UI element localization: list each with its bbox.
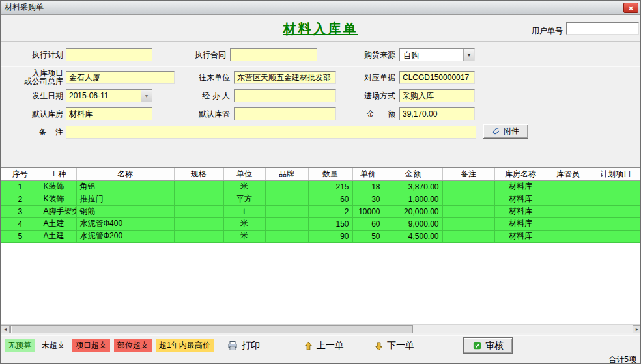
separator bbox=[1, 66, 640, 67]
handler-input[interactable] bbox=[234, 89, 336, 102]
cell: 50 bbox=[352, 230, 384, 242]
exec-plan-input[interactable] bbox=[66, 48, 152, 61]
scroll-right-icon[interactable]: ► bbox=[633, 325, 641, 333]
cell: 材料库 bbox=[494, 180, 547, 193]
cell: 4,500.00 bbox=[384, 230, 442, 242]
cell: K装饰 bbox=[40, 180, 76, 193]
column-header-11[interactable]: 库管员 bbox=[547, 168, 590, 180]
cell: 60 bbox=[352, 217, 384, 230]
cell bbox=[590, 180, 641, 193]
horizontal-scrollbar[interactable]: ◄ ► bbox=[1, 324, 641, 333]
doc-no-label: 对应单据 bbox=[355, 74, 395, 82]
cell: t bbox=[223, 205, 265, 217]
cell: 9,000.00 bbox=[384, 217, 442, 230]
date-picker[interactable]: ▼ bbox=[66, 89, 152, 102]
cell: 60 bbox=[308, 193, 352, 205]
cell bbox=[547, 193, 590, 205]
warehouse-input[interactable] bbox=[66, 107, 152, 120]
cell bbox=[442, 217, 494, 230]
column-header-10[interactable]: 库房名称 bbox=[494, 168, 547, 180]
print-button[interactable]: 打印 bbox=[227, 338, 260, 354]
table-row[interactable]: 5A土建水泥管Φ200米90504,500.00材料库 bbox=[1, 230, 641, 242]
date-input[interactable] bbox=[66, 90, 141, 102]
table-row[interactable]: 2K装饰推拉门平方60301,800.00材料库 bbox=[1, 193, 641, 205]
cell bbox=[442, 205, 494, 217]
user-no-label: 用户单号 bbox=[532, 25, 563, 36]
counterparty-label: 往来单位 bbox=[193, 74, 230, 82]
audit-check-icon bbox=[472, 341, 482, 350]
scrollbar-thumb[interactable] bbox=[10, 325, 413, 333]
exec-contract-input[interactable] bbox=[230, 48, 317, 61]
user-no-input[interactable] bbox=[566, 22, 639, 35]
next-doc-button[interactable]: 下一单 bbox=[375, 338, 414, 354]
cell: 材料库 bbox=[494, 193, 547, 205]
remark-label: 备 注 bbox=[12, 128, 63, 137]
chevron-down-icon[interactable]: ▼ bbox=[463, 49, 474, 61]
cell bbox=[265, 205, 308, 217]
purchase-source-select[interactable]: 自购 ▼ bbox=[399, 48, 475, 61]
column-header-9[interactable]: 备注 bbox=[442, 168, 494, 180]
grid-header-row: 序号工种名称规格单位品牌数量单价金额备注库房名称库管员计划项目 bbox=[1, 168, 641, 180]
material-purchase-window: 材料采购单 × 材料入库单 用户单号 执行计划 执行合同 购货来源 自购 ▼ 入… bbox=[0, 0, 641, 364]
column-header-3[interactable]: 规格 bbox=[174, 168, 223, 180]
cell: A脚手架类 bbox=[40, 205, 76, 217]
cell bbox=[174, 217, 223, 230]
table-row[interactable]: 3A脚手架类钢筋t21000020,000.00材料库 bbox=[1, 205, 641, 217]
cell: 150 bbox=[308, 217, 352, 230]
prev-doc-button[interactable]: 上一单 bbox=[304, 338, 344, 354]
amount-label: 金 额 bbox=[355, 110, 395, 119]
project-input[interactable] bbox=[66, 71, 175, 84]
cell bbox=[174, 193, 223, 205]
column-header-5[interactable]: 品牌 bbox=[265, 168, 308, 180]
cell: 1 bbox=[1, 180, 40, 193]
paperclip-icon bbox=[492, 127, 500, 135]
cell: 2 bbox=[1, 193, 40, 205]
cell bbox=[174, 205, 223, 217]
cell bbox=[547, 217, 590, 230]
calendar-dropdown-icon[interactable]: ▼ bbox=[141, 90, 152, 102]
column-header-8[interactable]: 金额 bbox=[384, 168, 442, 180]
column-header-6[interactable]: 数量 bbox=[308, 168, 352, 180]
keeper-input[interactable] bbox=[234, 107, 336, 120]
cell: 30 bbox=[352, 193, 384, 205]
purchase-source-label: 购货来源 bbox=[355, 51, 395, 59]
cell bbox=[590, 217, 641, 230]
column-header-0[interactable]: 序号 bbox=[1, 168, 40, 180]
cell: 2 bbox=[308, 205, 352, 217]
column-header-12[interactable]: 计划项目 bbox=[590, 168, 641, 180]
amount-input[interactable] bbox=[399, 107, 475, 120]
date-label: 发生日期 bbox=[12, 92, 63, 100]
audit-label: 审核 bbox=[485, 340, 504, 352]
title-bar[interactable]: 材料采购单 bbox=[1, 1, 640, 15]
table-row[interactable]: 1K装饰角铝米215183,870.00材料库 bbox=[1, 180, 641, 193]
remark-input[interactable] bbox=[66, 126, 476, 139]
close-button[interactable]: × bbox=[623, 3, 638, 13]
arrow-down-icon bbox=[375, 341, 383, 351]
grid-body: 1K装饰角铝米215183,870.00材料库2K装饰推拉门平方60301,80… bbox=[1, 180, 641, 242]
attachment-button[interactable]: 附件 bbox=[483, 124, 528, 139]
separator bbox=[1, 335, 640, 336]
counterparty-input[interactable] bbox=[234, 71, 336, 84]
entry-mode-input[interactable] bbox=[399, 89, 475, 102]
cell bbox=[547, 230, 590, 242]
column-header-7[interactable]: 单价 bbox=[352, 168, 384, 180]
column-header-2[interactable]: 名称 bbox=[76, 168, 174, 180]
cell bbox=[265, 217, 308, 230]
legend-plain: 未超支 bbox=[38, 339, 68, 352]
entry-mode-label: 进场方式 bbox=[355, 92, 395, 100]
doc-no-input[interactable] bbox=[399, 71, 475, 84]
scroll-left-icon[interactable]: ◄ bbox=[1, 325, 10, 333]
cell bbox=[547, 180, 590, 193]
cell: 材料库 bbox=[494, 230, 547, 242]
column-header-4[interactable]: 单位 bbox=[223, 168, 265, 180]
cell bbox=[265, 230, 308, 242]
items-grid: 序号工种名称规格单位品牌数量单价金额备注库房名称库管员计划项目 1K装饰角铝米2… bbox=[1, 167, 641, 324]
status-legend: 无预算未超支项目超支部位超支超1年内最高价 bbox=[5, 339, 214, 352]
audit-button[interactable]: 审核 bbox=[463, 337, 513, 354]
table-row[interactable]: 4A土建水泥管Φ400米150609,000.00材料库 bbox=[1, 217, 641, 230]
cell bbox=[174, 230, 223, 242]
column-header-1[interactable]: 工种 bbox=[40, 168, 76, 180]
cell bbox=[547, 205, 590, 217]
keeper-label: 默认库管 bbox=[193, 110, 230, 119]
cell bbox=[590, 193, 641, 205]
